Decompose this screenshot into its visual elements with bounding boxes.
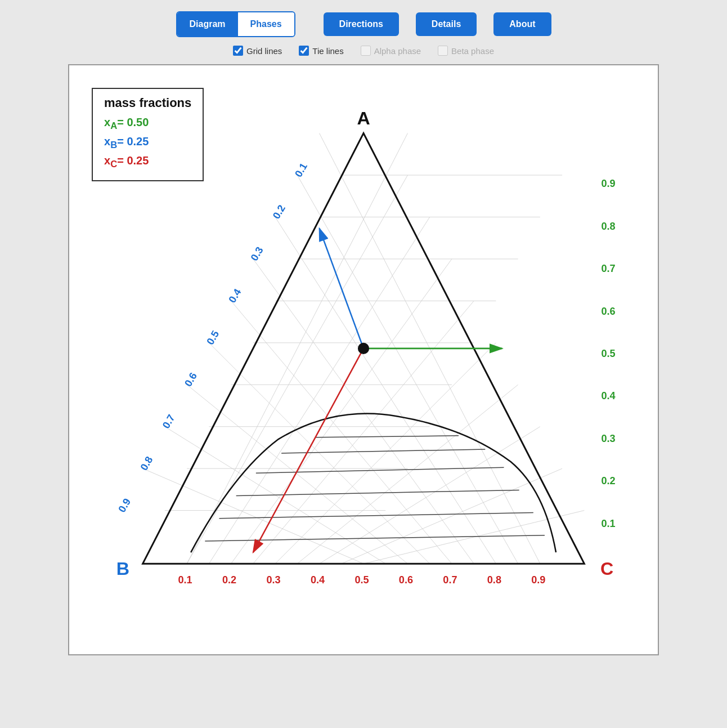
svg-text:0.7: 0.7 [443, 574, 457, 586]
tie-lines-group [205, 436, 545, 541]
grid-lines-checkbox[interactable] [233, 46, 243, 56]
details-button[interactable]: Details [416, 12, 477, 36]
svg-line-25 [275, 217, 496, 564]
svg-text:0.6: 0.6 [602, 306, 616, 317]
svg-text:0.1: 0.1 [293, 161, 309, 179]
svg-text:0.2: 0.2 [602, 475, 616, 486]
svg-text:0.3: 0.3 [602, 433, 616, 444]
vertex-b-label: B [116, 559, 129, 579]
svg-line-33 [219, 513, 533, 519]
svg-text:0.7: 0.7 [602, 263, 616, 274]
svg-line-17 [253, 301, 474, 564]
svg-text:0.6: 0.6 [182, 370, 199, 388]
svg-line-14 [187, 175, 407, 564]
svg-line-19 [297, 385, 518, 564]
beta-phase-option[interactable]: Beta phase [438, 46, 494, 56]
vertex-c-label: C [600, 559, 613, 579]
vertex-a-label: A [357, 109, 370, 129]
legend-xa: xA= 0.50 [104, 116, 191, 132]
svg-text:0.9: 0.9 [602, 178, 616, 189]
svg-text:0.3: 0.3 [249, 245, 266, 263]
svg-text:0.4: 0.4 [227, 287, 244, 305]
svg-line-32 [205, 535, 545, 541]
grid-lines-option[interactable]: Grid lines [233, 46, 282, 56]
alpha-phase-checkbox[interactable] [361, 46, 371, 56]
legend-title: mass fractions [104, 96, 191, 110]
svg-text:0.7: 0.7 [160, 413, 177, 431]
beta-phase-checkbox[interactable] [438, 46, 448, 56]
svg-line-34 [236, 490, 519, 495]
top-navigation: Diagram Phases Directions Details About [176, 11, 551, 37]
svg-text:0.8: 0.8 [487, 574, 501, 586]
svg-text:0.5: 0.5 [354, 574, 369, 586]
red-arrow [253, 349, 363, 552]
phases-button[interactable]: Phases [238, 12, 294, 36]
grid-lines-label: Grid lines [246, 46, 282, 56]
legend-xb: xB= 0.25 [104, 135, 191, 151]
svg-text:0.5: 0.5 [602, 348, 616, 359]
tie-lines-option[interactable]: Tie lines [299, 46, 343, 56]
svg-text:0.9: 0.9 [531, 574, 545, 586]
svg-text:0.4: 0.4 [602, 390, 616, 401]
svg-text:0.8: 0.8 [138, 454, 155, 472]
svg-line-26 [253, 259, 474, 564]
green-axis-labels: 0.1 0.2 0.3 0.4 0.5 0.6 0.7 0.8 0.9 [602, 178, 616, 529]
svg-text:0.1: 0.1 [178, 574, 192, 586]
blue-axis-labels: 0.1 0.2 0.3 0.4 0.5 0.6 0.7 0.8 0.9 [116, 161, 309, 514]
alpha-phase-option[interactable]: Alpha phase [361, 46, 421, 56]
red-axis-labels: 0.1 0.2 0.3 0.4 0.5 0.6 0.7 0.8 0.9 [178, 574, 546, 586]
svg-text:0.4: 0.4 [311, 574, 325, 586]
diagram-button[interactable]: Diagram [177, 12, 238, 36]
svg-text:0.6: 0.6 [399, 574, 413, 586]
svg-text:0.8: 0.8 [602, 221, 616, 232]
svg-text:0.2: 0.2 [271, 203, 288, 221]
svg-text:0.5: 0.5 [204, 329, 221, 347]
tie-lines-checkbox[interactable] [299, 46, 309, 56]
svg-line-22 [363, 511, 584, 564]
svg-line-15 [209, 217, 429, 564]
beta-phase-label: Beta phase [451, 46, 494, 56]
svg-line-18 [275, 343, 496, 564]
svg-text:0.2: 0.2 [222, 574, 236, 586]
svg-line-28 [209, 343, 429, 564]
binodal-curve [191, 414, 556, 552]
legend-box: mass fractions xA= 0.50 xB= 0.25 xC= 0.2… [92, 88, 204, 181]
options-bar: Grid lines Tie lines Alpha phase Beta ph… [233, 46, 494, 56]
svg-line-37 [315, 436, 459, 437]
svg-text:0.3: 0.3 [266, 574, 280, 586]
svg-line-27 [231, 301, 452, 564]
about-button[interactable]: About [493, 12, 551, 36]
directions-button[interactable]: Directions [324, 12, 399, 36]
blue-arrow [320, 229, 363, 349]
tie-lines-label: Tie lines [312, 46, 343, 56]
alpha-phase-label: Alpha phase [374, 46, 421, 56]
diagram-container: mass fractions xA= 0.50 xB= 0.25 xC= 0.2… [68, 64, 659, 655]
svg-line-36 [281, 449, 485, 453]
composition-point[interactable] [358, 343, 369, 354]
svg-text:0.1: 0.1 [602, 518, 616, 529]
svg-text:0.9: 0.9 [116, 497, 133, 515]
diagram-phases-group: Diagram Phases [176, 11, 295, 37]
legend-xc: xC= 0.25 [104, 154, 191, 170]
